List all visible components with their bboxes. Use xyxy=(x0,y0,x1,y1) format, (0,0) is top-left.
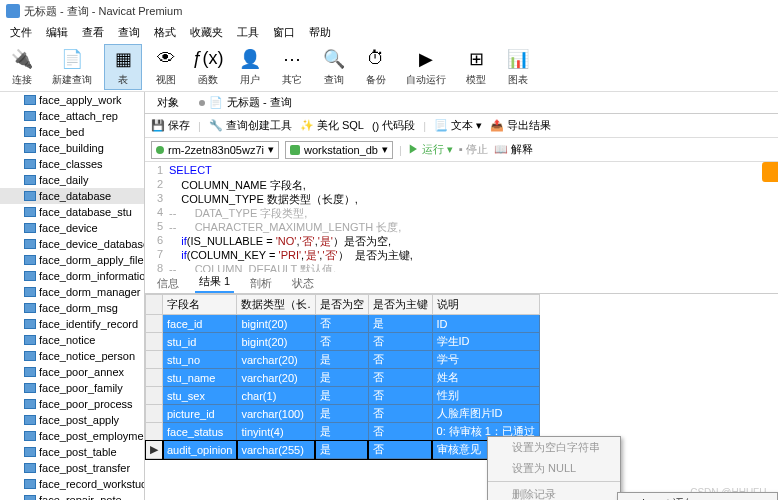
cell[interactable]: 是 xyxy=(315,441,368,459)
menu-收藏夹[interactable]: 收藏夹 xyxy=(184,23,229,42)
tree-item[interactable]: face_poor_family xyxy=(0,380,144,396)
tool-查询[interactable]: 🔍查询 xyxy=(316,44,352,90)
tree-item[interactable]: face_poor_process xyxy=(0,396,144,412)
cell[interactable]: varchar(20) xyxy=(237,369,315,387)
snippet-button[interactable]: () 代码段 xyxy=(372,118,415,133)
cell[interactable]: ID xyxy=(432,315,539,333)
tool-新建查询[interactable]: 📄新建查询 xyxy=(46,44,98,90)
tree-item[interactable]: face_dorm_msg xyxy=(0,300,144,316)
result-tab[interactable]: 剖析 xyxy=(246,274,276,293)
cell[interactable]: 是 xyxy=(315,387,368,405)
tool-视图[interactable]: 👁视图 xyxy=(148,44,184,90)
cell[interactable]: 否 xyxy=(368,423,432,441)
cell[interactable]: 是 xyxy=(315,369,368,387)
cell[interactable]: 人脸库图片ID xyxy=(432,405,539,423)
context-submenu[interactable]: Insert 语句Update 语句制表符分隔值 (数据)制表符分隔值 (字段名… xyxy=(617,492,778,500)
cell[interactable]: 学生ID xyxy=(432,333,539,351)
cell[interactable]: stu_no xyxy=(163,351,237,369)
cell[interactable]: 性别 xyxy=(432,387,539,405)
cell[interactable]: 否 xyxy=(368,441,432,459)
tree-item[interactable]: face_building xyxy=(0,140,144,156)
cell[interactable]: 姓名 xyxy=(432,369,539,387)
tree-item[interactable]: face_dorm_manager xyxy=(0,284,144,300)
tool-其它[interactable]: ⋯其它 xyxy=(274,44,310,90)
tool-连接[interactable]: 🔌连接 xyxy=(4,44,40,90)
cell[interactable]: 否 xyxy=(368,405,432,423)
cell[interactable]: tinyint(4) xyxy=(237,423,315,441)
cell[interactable]: 否 xyxy=(315,333,368,351)
tree-item[interactable]: face_device_database xyxy=(0,236,144,252)
col-header[interactable]: 是否为空 xyxy=(315,295,368,315)
save-button[interactable]: 💾 保存 xyxy=(151,118,190,133)
menu-编辑[interactable]: 编辑 xyxy=(40,23,74,42)
cell[interactable]: 是 xyxy=(315,405,368,423)
object-tree[interactable]: face_apply_workface_attach_repface_bedfa… xyxy=(0,92,145,500)
menu-查询[interactable]: 查询 xyxy=(112,23,146,42)
cell[interactable]: char(1) xyxy=(237,387,315,405)
cell[interactable]: 否 xyxy=(315,315,368,333)
cell[interactable]: audit_opinion xyxy=(163,441,237,459)
cell[interactable]: bigint(20) xyxy=(237,333,315,351)
col-header[interactable]: 是否为主键 xyxy=(368,295,432,315)
cell[interactable]: face_status xyxy=(163,423,237,441)
cell[interactable]: varchar(20) xyxy=(237,351,315,369)
builder-button[interactable]: 🔧 查询创建工具 xyxy=(209,118,292,133)
menu-窗口[interactable]: 窗口 xyxy=(267,23,301,42)
result-tab[interactable]: 结果 1 xyxy=(195,272,234,293)
tab-objects[interactable]: 对象 xyxy=(149,93,187,112)
tool-表[interactable]: ▦表 xyxy=(104,44,142,90)
context-menu[interactable]: 设置为空白字符串设置为 NULL删除记录复制复制为粘贴显示 xyxy=(487,436,621,500)
menu-工具[interactable]: 工具 xyxy=(231,23,265,42)
tool-自动运行[interactable]: ▶自动运行 xyxy=(400,44,452,90)
menu-帮助[interactable]: 帮助 xyxy=(303,23,337,42)
explain-button[interactable]: 📖 解释 xyxy=(494,142,533,157)
col-header[interactable]: 说明 xyxy=(432,295,539,315)
cell[interactable]: picture_id xyxy=(163,405,237,423)
tool-模型[interactable]: ⊞模型 xyxy=(458,44,494,90)
result-tab[interactable]: 状态 xyxy=(288,274,318,293)
server-select[interactable]: rm-2zetn83n05wz7i ▾ xyxy=(151,141,279,159)
tool-备份[interactable]: ⏱备份 xyxy=(358,44,394,90)
cell[interactable]: varchar(100) xyxy=(237,405,315,423)
cell[interactable]: 学号 xyxy=(432,351,539,369)
run-button[interactable]: ▶ 运行 ▾ xyxy=(408,142,453,157)
tool-图表[interactable]: 📊图表 xyxy=(500,44,536,90)
tree-item[interactable]: face_dorm_information xyxy=(0,268,144,284)
beautify-button[interactable]: ✨ 美化 SQL xyxy=(300,118,364,133)
cell[interactable]: stu_name xyxy=(163,369,237,387)
cell[interactable]: varchar(255) xyxy=(237,441,315,459)
cell[interactable]: stu_id xyxy=(163,333,237,351)
cell[interactable]: bigint(20) xyxy=(237,315,315,333)
menu-格式[interactable]: 格式 xyxy=(148,23,182,42)
tree-item[interactable]: face_bed xyxy=(0,124,144,140)
cell[interactable]: 是 xyxy=(315,351,368,369)
tree-item[interactable]: face_poor_annex xyxy=(0,364,144,380)
col-header[interactable]: 数据类型（长. xyxy=(237,295,315,315)
tree-item[interactable]: face_daily xyxy=(0,172,144,188)
cell[interactable]: stu_sex xyxy=(163,387,237,405)
result-grid[interactable]: 字段名数据类型（长.是否为空是否为主键说明face_idbigint(20)否是… xyxy=(145,294,778,500)
cell[interactable]: 否 xyxy=(368,387,432,405)
tool-用户[interactable]: 👤用户 xyxy=(232,44,268,90)
tree-item[interactable]: face_database_stu xyxy=(0,204,144,220)
tree-item[interactable]: face_device xyxy=(0,220,144,236)
cell[interactable]: 否 xyxy=(368,333,432,351)
result-tab[interactable]: 信息 xyxy=(153,274,183,293)
tree-item[interactable]: face_apply_work xyxy=(0,92,144,108)
tree-item[interactable]: face_post_table xyxy=(0,444,144,460)
menu-查看[interactable]: 查看 xyxy=(76,23,110,42)
tree-item[interactable]: face_record_workstudy xyxy=(0,476,144,492)
export-button[interactable]: 📤 导出结果 xyxy=(490,118,551,133)
tree-item[interactable]: face_post_employmen xyxy=(0,428,144,444)
tree-item[interactable]: face_attach_rep xyxy=(0,108,144,124)
tab-query[interactable]: 📄无标题 - 查询 xyxy=(191,93,300,112)
tree-item[interactable]: face_repair_note xyxy=(0,492,144,500)
sql-editor[interactable]: 1SELECT2 COLUMN_NAME 字段名,3 COLUMN_TYPE 数… xyxy=(145,162,778,272)
tree-item[interactable]: face_post_transfer xyxy=(0,460,144,476)
tree-item[interactable]: face_dorm_apply_file xyxy=(0,252,144,268)
cell[interactable]: 是 xyxy=(315,423,368,441)
cell[interactable]: 否 xyxy=(368,369,432,387)
tree-item[interactable]: face_identify_record xyxy=(0,316,144,332)
menu-文件[interactable]: 文件 xyxy=(4,23,38,42)
tree-item[interactable]: face_notice_person xyxy=(0,348,144,364)
